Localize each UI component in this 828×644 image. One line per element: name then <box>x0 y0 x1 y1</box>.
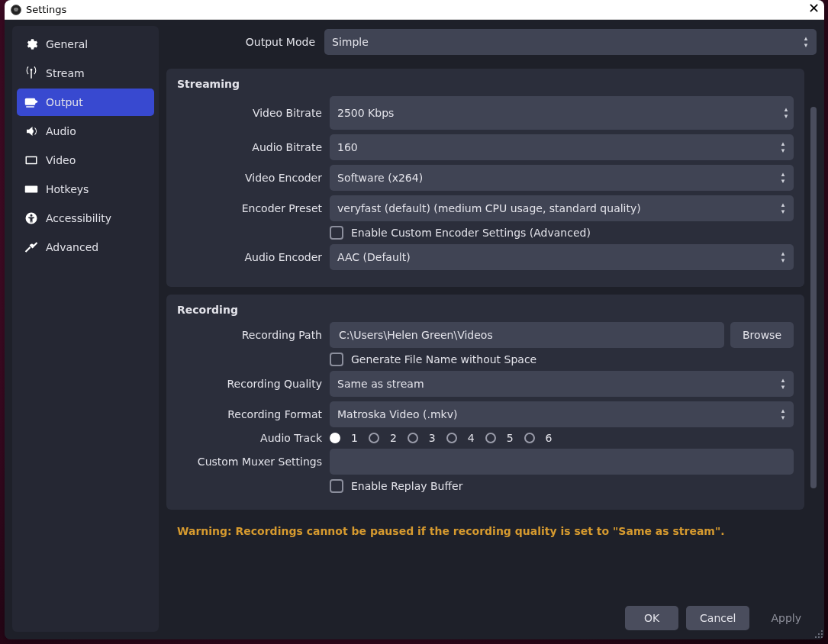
sidebar-item-label: Stream <box>46 67 85 79</box>
audio-track-4-radio[interactable] <box>446 433 457 443</box>
close-icon[interactable]: ✕ <box>808 2 820 15</box>
audio-encoder-select[interactable]: AAC (Default) ▴▾ <box>330 244 794 270</box>
checkbox-icon <box>330 353 343 366</box>
sidebar-item-hotkeys[interactable]: Hotkeys <box>17 175 154 203</box>
dialog-footer: OK Cancel Apply <box>166 601 817 632</box>
sidebar-item-label: Advanced <box>46 241 98 253</box>
output-mode-label: Output Mode <box>166 36 315 48</box>
sidebar-item-label: General <box>46 38 88 50</box>
video-encoder-label: Video Encoder <box>177 172 322 184</box>
video-encoder-select[interactable]: Software (x264) ▴▾ <box>330 165 794 191</box>
output-mode-select[interactable]: Simple ▴▾ <box>324 29 817 55</box>
encoder-preset-select[interactable]: veryfast (default) (medium CPU usage, st… <box>330 195 794 221</box>
audio-track-radios: 1 2 3 4 5 6 <box>330 432 553 444</box>
sidebar-item-accessibility[interactable]: Accessibility <box>17 204 154 232</box>
audio-track-label: Audio Track <box>177 432 322 444</box>
streaming-title: Streaming <box>177 78 794 90</box>
audio-encoder-label: Audio Encoder <box>177 251 322 263</box>
recording-section: Recording Recording Path Browse <box>166 295 804 510</box>
sidebar-item-output[interactable]: Output <box>17 89 154 116</box>
window-title: Settings <box>26 4 66 15</box>
chevron-updown-icon: ▴▾ <box>772 195 794 221</box>
tools-icon <box>24 240 38 254</box>
recording-warning: Warning: Recordings cannot be paused if … <box>166 517 804 540</box>
scrollbar-thumb[interactable] <box>810 107 817 488</box>
encoder-preset-label: Encoder Preset <box>177 202 322 214</box>
video-bitrate-label: Video Bitrate <box>177 107 322 119</box>
sidebar-item-label: Audio <box>46 125 76 137</box>
settings-window: Settings ✕ General Stream <box>5 0 824 639</box>
recording-format-select[interactable]: Matroska Video (.mkv) ▴▾ <box>330 401 794 427</box>
video-icon <box>24 153 38 167</box>
audio-track-5-radio[interactable] <box>485 433 496 443</box>
enable-replay-buffer-checkbox[interactable]: Enable Replay Buffer <box>330 479 462 493</box>
sidebar-item-audio[interactable]: Audio <box>17 118 154 145</box>
output-mode-row: Output Mode Simple ▴▾ <box>166 26 817 61</box>
vertical-scrollbar[interactable] <box>809 69 817 594</box>
chevron-updown-icon: ▴▾ <box>772 401 794 427</box>
audio-track-2-radio[interactable] <box>369 433 379 443</box>
chevron-updown-icon: ▴▾ <box>772 371 794 397</box>
settings-sidebar: General Stream Output <box>12 26 159 632</box>
custom-muxer-input[interactable] <box>330 449 794 475</box>
sidebar-item-label: Output <box>46 96 83 108</box>
apply-button[interactable]: Apply <box>757 606 815 630</box>
sidebar-item-video[interactable]: Video <box>17 147 154 174</box>
output-icon <box>24 95 38 109</box>
checkbox-icon <box>330 226 343 240</box>
custom-muxer-label: Custom Muxer Settings <box>177 456 322 468</box>
recording-path-input[interactable] <box>330 322 724 348</box>
audio-track-3-radio[interactable] <box>408 433 418 443</box>
chevron-updown-icon: ▴▾ <box>772 165 794 191</box>
sidebar-item-general[interactable]: General <box>17 31 154 58</box>
audio-bitrate-select[interactable]: 160 ▴▾ <box>330 134 794 160</box>
sidebar-item-advanced[interactable]: Advanced <box>17 233 154 261</box>
audio-bitrate-label: Audio Bitrate <box>177 141 322 153</box>
resize-grip-icon[interactable] <box>810 626 824 639</box>
recording-format-label: Recording Format <box>177 408 322 420</box>
spin-arrows-icon: ▴▾ <box>778 96 794 130</box>
chevron-updown-icon: ▴▾ <box>795 29 817 55</box>
cancel-button[interactable]: Cancel <box>686 606 749 630</box>
recording-path-label: Recording Path <box>177 329 322 341</box>
gear-icon <box>24 37 38 51</box>
audio-icon <box>24 124 38 138</box>
obs-icon <box>11 5 21 15</box>
enable-custom-encoder-checkbox[interactable]: Enable Custom Encoder Settings (Advanced… <box>330 226 591 240</box>
settings-main: Output Mode Simple ▴▾ Streaming Video Bi… <box>166 26 817 632</box>
sidebar-item-label: Accessibility <box>46 212 111 224</box>
sidebar-item-stream[interactable]: Stream <box>17 60 154 87</box>
chevron-updown-icon: ▴▾ <box>772 134 794 160</box>
chevron-updown-icon: ▴▾ <box>772 244 794 270</box>
sidebar-item-label: Video <box>46 154 76 166</box>
filename-no-space-checkbox[interactable]: Generate File Name without Space <box>330 353 536 366</box>
titlebar: Settings ✕ <box>5 0 824 20</box>
video-bitrate-spin[interactable]: 2500 Kbps ▴▾ <box>330 96 794 130</box>
streaming-section: Streaming Video Bitrate 2500 Kbps ▴▾ <box>166 69 804 287</box>
browse-button[interactable]: Browse <box>730 322 794 348</box>
recording-quality-label: Recording Quality <box>177 378 322 390</box>
checkbox-icon <box>330 479 343 493</box>
recording-quality-select[interactable]: Same as stream ▴▾ <box>330 371 794 397</box>
audio-track-1-radio[interactable] <box>330 433 340 443</box>
ok-button[interactable]: OK <box>625 606 678 630</box>
accessibility-icon <box>24 211 38 225</box>
audio-track-6-radio[interactable] <box>524 433 535 443</box>
antenna-icon <box>24 66 38 80</box>
recording-title: Recording <box>177 304 794 316</box>
sidebar-item-label: Hotkeys <box>46 183 89 195</box>
keyboard-icon <box>24 182 38 196</box>
